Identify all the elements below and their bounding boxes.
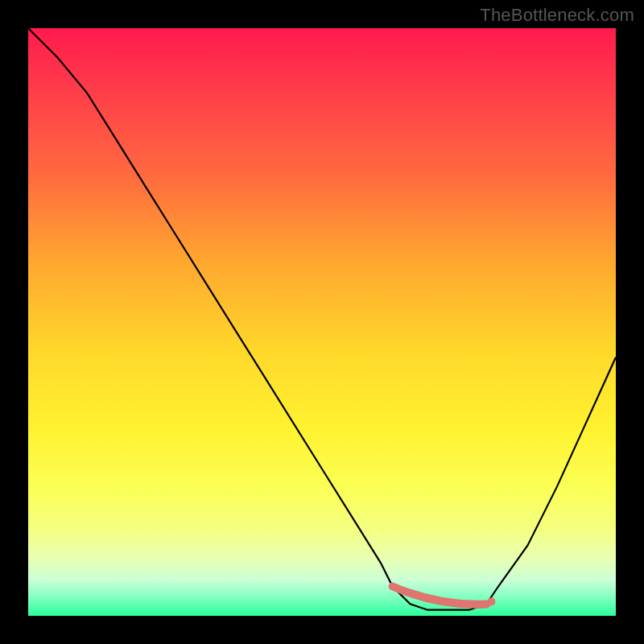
outer-frame: TheBottleneck.com [0,0,644,644]
chart-svg [28,28,616,616]
watermark-text: TheBottleneck.com [480,5,634,26]
flat-region-right-dot [487,597,495,605]
plot-area [28,28,616,616]
bottleneck-curve-path [28,28,616,610]
